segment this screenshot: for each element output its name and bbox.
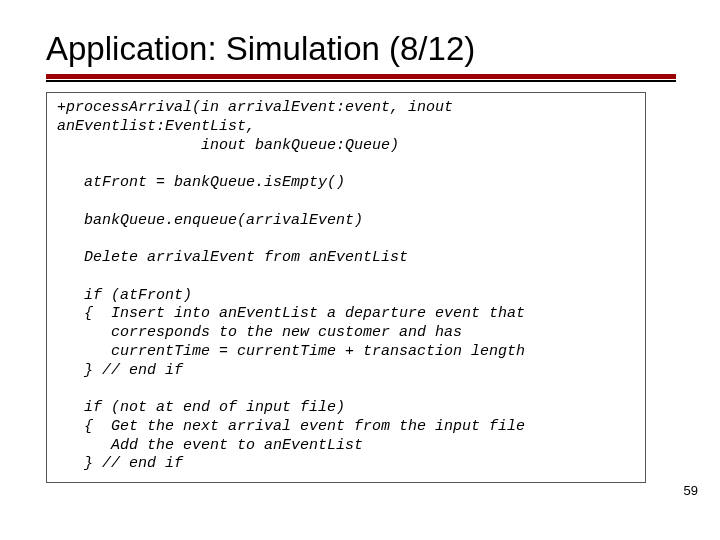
rule-black [46, 80, 676, 82]
code-line: bankQueue.enqueue(arrivalEvent) [57, 212, 635, 231]
code-line: atFront = bankQueue.isEmpty() [57, 174, 635, 193]
code-blank [57, 193, 635, 212]
code-line: { Get the next arrival event from the in… [57, 418, 635, 437]
code-line: } // end if [57, 362, 635, 381]
code-blank [57, 380, 635, 399]
slide: Application: Simulation (8/12) +processA… [0, 0, 720, 540]
slide-title: Application: Simulation (8/12) [0, 0, 720, 74]
code-blank [57, 268, 635, 287]
code-line: if (atFront) [57, 287, 635, 306]
page-number: 59 [684, 483, 698, 498]
code-line: Add the event to anEventList [57, 437, 635, 456]
code-blank [57, 230, 635, 249]
code-line: corresponds to the new customer and has [57, 324, 635, 343]
code-line: } // end if [57, 455, 635, 474]
code-line: { Insert into anEventList a departure ev… [57, 305, 635, 324]
rule-red [46, 74, 676, 79]
code-blank [57, 155, 635, 174]
code-line: anEventlist:EventList, [57, 118, 635, 137]
title-rule [0, 74, 720, 82]
code-box: +processArrival(in arrivalEvent:event, i… [46, 92, 646, 483]
code-line: if (not at end of input file) [57, 399, 635, 418]
code-line: +processArrival(in arrivalEvent:event, i… [57, 99, 635, 118]
code-line: Delete arrivalEvent from anEventList [57, 249, 635, 268]
code-line: inout bankQueue:Queue) [57, 137, 635, 156]
code-line: currentTime = currentTime + transaction … [57, 343, 635, 362]
